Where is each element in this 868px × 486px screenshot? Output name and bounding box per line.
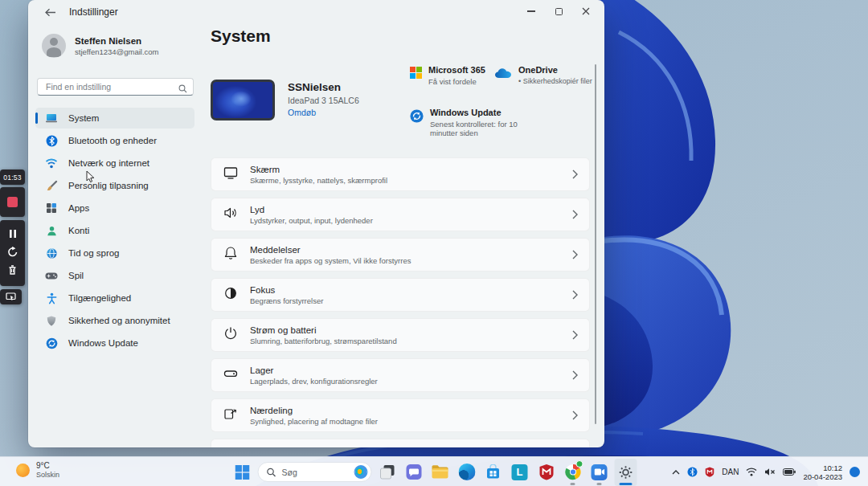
maximize-icon bbox=[555, 8, 563, 15]
edge-button[interactable] bbox=[456, 459, 478, 486]
row-sound[interactable]: Lyd Lydstyrker, output, input, lydenhede… bbox=[211, 198, 590, 231]
sidebar-item-label: Personlig tilpasning bbox=[68, 181, 149, 190]
recorder-toolbar bbox=[0, 220, 25, 286]
lenovo-app-button[interactable]: L bbox=[509, 459, 531, 486]
row-storage[interactable]: Lager Lagerplads, drev, konfigurationsre… bbox=[211, 358, 590, 392]
shield-icon bbox=[45, 314, 58, 327]
sidebar-item-system[interactable]: System bbox=[35, 108, 194, 129]
sidebar-item-privacy-security[interactable]: Sikkerhed og anonymitet bbox=[35, 310, 194, 331]
page-title: System bbox=[211, 27, 271, 46]
folder-icon bbox=[432, 464, 449, 480]
stop-recording-button[interactable] bbox=[0, 187, 25, 217]
stop-icon bbox=[7, 197, 18, 207]
wifi-icon bbox=[45, 157, 58, 169]
windows-update-card[interactable]: Windows Update Senest kontrolleret: for … bbox=[410, 108, 533, 137]
power-icon bbox=[223, 325, 239, 345]
microsoft-store-button[interactable] bbox=[482, 459, 505, 486]
sidebar-item-label: Konti bbox=[68, 226, 89, 235]
taskbar: 9°C Solskin Søg bbox=[0, 456, 868, 486]
maximize-button[interactable] bbox=[545, 0, 572, 22]
edge-icon bbox=[458, 464, 475, 480]
sidebar-item-accounts[interactable]: Konti bbox=[35, 220, 194, 241]
promo-subtitle: Senest kontrolleret: for 10 minutter sid… bbox=[430, 120, 533, 137]
microsoft365-card[interactable]: Microsoft 365 Få vist fordele bbox=[410, 65, 485, 86]
display-icon bbox=[223, 165, 239, 184]
delete-recording-icon[interactable] bbox=[7, 264, 18, 279]
clock[interactable]: 10:12 20-04-2023 bbox=[803, 464, 842, 481]
tray-wifi-icon[interactable] bbox=[746, 468, 757, 476]
select-region-button[interactable] bbox=[0, 289, 22, 304]
mcafee-shield-icon bbox=[538, 464, 554, 480]
settings-app-button[interactable] bbox=[615, 459, 637, 486]
rename-link[interactable]: Omdøb bbox=[288, 108, 359, 117]
promo-subtitle: • Sikkerhedskopiér filer bbox=[518, 77, 592, 85]
sidebar-item-gaming[interactable]: Spil bbox=[35, 265, 194, 286]
settings-window: Indstillinger Steffen Nielsen stjeffen12… bbox=[28, 0, 604, 447]
profile-email: stjeffen1234@gmail.com bbox=[75, 47, 159, 56]
pause-icon[interactable] bbox=[8, 227, 18, 242]
device-info: SSNielsen IdeaPad 3 15ALC6 Omdøb bbox=[211, 80, 359, 120]
row-power-battery[interactable]: Strøm og batteri Slumring, batteriforbru… bbox=[211, 318, 590, 352]
chrome-button[interactable] bbox=[562, 459, 584, 486]
back-button[interactable] bbox=[44, 6, 57, 18]
row-notifications[interactable]: Meddelelser Beskeder fra apps og system,… bbox=[211, 238, 590, 272]
sidebar-item-apps[interactable]: Apps bbox=[35, 198, 194, 218]
chevron-right-icon bbox=[572, 410, 578, 420]
gamepad-icon bbox=[45, 269, 58, 282]
row-focus[interactable]: Fokus Begræns forstyrrelser bbox=[211, 278, 590, 312]
storage-icon bbox=[223, 366, 239, 385]
tray-battery-icon[interactable] bbox=[783, 468, 796, 476]
sidebar-item-personalization[interactable]: Personlig tilpasning bbox=[35, 175, 194, 196]
microsoft365-icon bbox=[410, 67, 422, 79]
search-icon bbox=[178, 82, 187, 96]
user-profile[interactable]: Steffen Nielsen stjeffen1234@gmail.com bbox=[42, 34, 159, 58]
minimize-button[interactable] bbox=[518, 0, 545, 22]
mcafee-button[interactable] bbox=[535, 459, 558, 486]
device-image bbox=[211, 80, 275, 120]
screen-recorder-app-button[interactable] bbox=[588, 459, 611, 486]
tray-volume-muted-icon[interactable] bbox=[764, 468, 776, 476]
file-explorer-button[interactable] bbox=[429, 459, 452, 486]
tray-mcafee-icon[interactable] bbox=[705, 467, 714, 477]
tray-bluetooth-icon[interactable] bbox=[687, 467, 698, 477]
close-button[interactable] bbox=[572, 0, 600, 22]
row-nearby-sharing[interactable]: Nærdeling Synlighed, placering af modtag… bbox=[211, 398, 590, 432]
minimize-icon bbox=[527, 10, 535, 11]
chevron-right-icon bbox=[572, 210, 578, 219]
scrollbar[interactable] bbox=[595, 64, 597, 424]
row-subtitle: Slumring, batteriforbrug, strømsparetils… bbox=[250, 337, 561, 345]
language-indicator[interactable]: DAN bbox=[722, 468, 739, 476]
sidebar-item-time-language[interactable]: Tid og sprog bbox=[35, 243, 194, 263]
restart-icon[interactable] bbox=[7, 246, 18, 260]
sidebar-item-bluetooth[interactable]: Bluetooth og enheder bbox=[35, 130, 194, 151]
sidebar-item-windows-update[interactable]: Windows Update bbox=[35, 333, 194, 353]
tray-chevron-up-icon[interactable] bbox=[672, 470, 680, 475]
row-subtitle: Begræns forstyrrelser bbox=[250, 296, 561, 305]
settings-search bbox=[37, 78, 194, 96]
device-name: SSNielsen bbox=[288, 81, 359, 93]
sidebar-item-network[interactable]: Netværk og internet bbox=[35, 153, 194, 174]
sidebar-item-accessibility[interactable]: Tilgængelighed bbox=[35, 288, 194, 308]
sidebar-item-label: Spil bbox=[68, 271, 84, 280]
weather-widget[interactable]: 9°C Solskin bbox=[16, 461, 59, 479]
task-view-button[interactable] bbox=[376, 459, 399, 486]
row-display[interactable]: Skærm Skærme, lysstyrke, nattelys, skærm… bbox=[211, 157, 590, 191]
row-partial[interactable] bbox=[211, 439, 590, 447]
sidebar-nav: System Bluetooth og enheder Netværk og i… bbox=[35, 108, 194, 355]
row-title: Lager bbox=[250, 366, 561, 375]
chevron-right-icon bbox=[572, 330, 578, 340]
settings-list: Skærm Skærme, lysstyrke, nattelys, skærm… bbox=[211, 157, 590, 447]
taskbar-search[interactable]: Søg bbox=[258, 462, 372, 482]
close-icon bbox=[582, 7, 590, 15]
start-button[interactable] bbox=[231, 459, 254, 486]
notification-badge[interactable] bbox=[850, 467, 860, 477]
sidebar-item-label: Bluetooth og enheder bbox=[68, 136, 157, 145]
sidebar-item-label: Tilgængelighed bbox=[68, 293, 131, 303]
apps-icon bbox=[45, 202, 58, 214]
chevron-right-icon bbox=[572, 290, 578, 300]
row-title: Nærdeling bbox=[250, 406, 561, 415]
search-input[interactable] bbox=[37, 78, 194, 96]
chat-button[interactable] bbox=[403, 459, 425, 486]
letter-tile-icon: L bbox=[512, 464, 528, 480]
onedrive-card[interactable]: OneDrive • Sikkerhedskopiér filer bbox=[494, 65, 592, 85]
